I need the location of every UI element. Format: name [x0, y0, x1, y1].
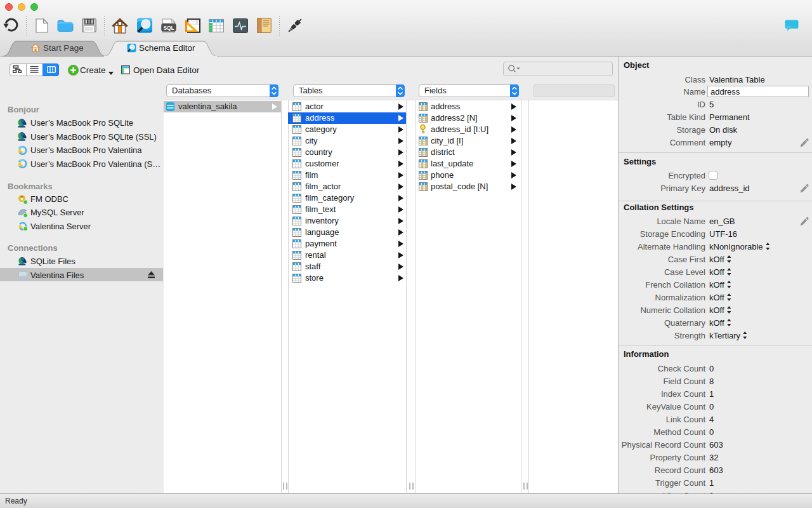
svg-text:SQL: SQL — [163, 25, 174, 31]
